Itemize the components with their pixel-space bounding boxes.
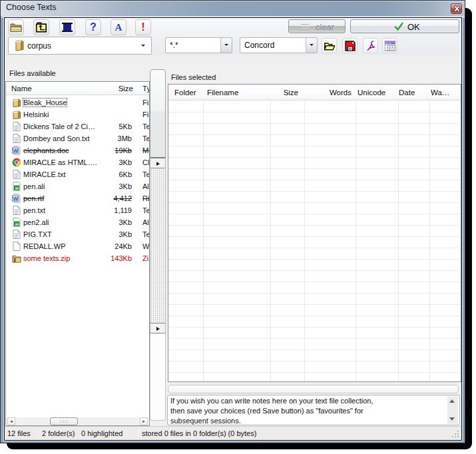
svg-text:W: W <box>13 148 19 154</box>
svg-text:W: W <box>13 196 19 202</box>
